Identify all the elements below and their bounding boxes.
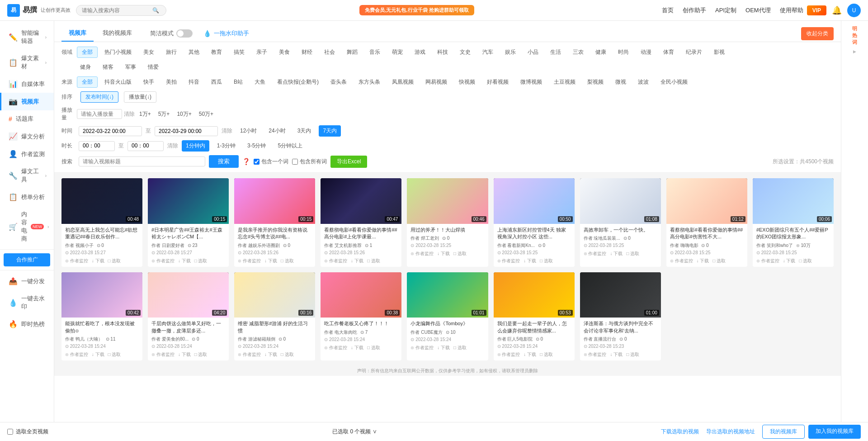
video-search-input[interactable]: [79, 156, 205, 166]
video-card[interactable]: 00:15 #日本明星广告##王森裕太#王森裕太シャレポンCM【... 作者 日…: [148, 178, 229, 267]
source-tag-quanmin[interactable]: 全民小视频: [656, 76, 693, 88]
domain-tag-rural[interactable]: 三农: [568, 47, 589, 58]
monitor-action[interactable]: ⊙ 作者监控: [756, 258, 779, 264]
monitor-action[interactable]: ⊙ 作者监控: [670, 258, 693, 264]
download-action[interactable]: ↓ 下载: [610, 251, 623, 257]
sidebar-item-content-ecom[interactable]: 🛒 内容电商 NEW ›: [0, 206, 54, 247]
domain-tag-fitness[interactable]: 健身: [75, 62, 96, 73]
monitor-action[interactable]: ⊙ 作者监控: [584, 251, 607, 257]
my-lib-btn[interactable]: 我的视频库: [762, 425, 805, 439]
download-action[interactable]: ↓ 下载: [178, 258, 191, 264]
include-all-label[interactable]: 包含所有词: [292, 158, 327, 166]
sidebar-item-watermark[interactable]: 💧 一键去水印: [0, 290, 54, 315]
select-action[interactable]: □ 选取: [281, 258, 294, 264]
select-action[interactable]: □ 选取: [626, 251, 639, 257]
duration-3-5min[interactable]: 3-5分钟: [243, 140, 270, 152]
play-option-50w[interactable]: 50万+: [196, 109, 216, 119]
nav-home[interactable]: 首页: [662, 6, 674, 14]
download-action[interactable]: ↓ 下载: [524, 258, 536, 264]
sidebar-item-smart-editor[interactable]: ✏️ 智能编辑器 ›: [0, 24, 54, 50]
domain-tag-edu[interactable]: 教育: [206, 47, 227, 58]
select-action[interactable]: □ 选取: [194, 351, 208, 358]
select-action[interactable]: □ 选取: [367, 345, 380, 351]
video-card[interactable]: 01:08 高效率卸车，一个比一个快。 作者 垛地瓜装装... ⊙ 0 ⊙ 20…: [580, 178, 661, 267]
domain-tag-life[interactable]: 生活: [545, 47, 566, 58]
time-start-input[interactable]: [79, 126, 142, 136]
source-tag-kuaishou[interactable]: 快手: [138, 76, 159, 88]
select-all-checkbox[interactable]: [7, 429, 13, 435]
domain-tag-fashion[interactable]: 时尚: [613, 47, 634, 58]
select-all-label[interactable]: 选取全页视频: [7, 428, 48, 436]
domain-tag-military[interactable]: 军事: [120, 62, 141, 73]
include-one-label[interactable]: 包含一个词: [254, 158, 288, 166]
add-lib-btn[interactable]: 加入我的视频库: [808, 425, 861, 439]
play-option-10w[interactable]: 10万+: [174, 109, 194, 119]
sort-btn-time[interactable]: 发布时间(↓): [80, 91, 118, 103]
download-action[interactable]: ↓ 下载: [610, 351, 623, 358]
duration-5min-plus[interactable]: 5分钟以上: [274, 140, 307, 152]
video-card[interactable]: 00:46 用过的斧矛！！大山焊填 作者 焊工老刘 ⊙ 0 ⊙ 2022-03-…: [407, 178, 488, 267]
domain-tag-love[interactable]: 情爱: [143, 62, 164, 73]
video-card[interactable]: 01:00 泽连斯基：与俄方谈判中完全不会讨论非军事化和'去纳... 作者 直播…: [580, 272, 661, 361]
domain-tag-film[interactable]: 影视: [709, 47, 730, 58]
download-action[interactable]: ↓ 下载: [351, 345, 363, 351]
download-action[interactable]: ↓ 下载: [437, 345, 450, 351]
play-option-5w[interactable]: 5万+: [156, 109, 173, 119]
domain-tag-anime[interactable]: 动漫: [636, 47, 656, 58]
select-action[interactable]: □ 选取: [453, 251, 467, 257]
domain-tag-sketch[interactable]: 小品: [523, 47, 543, 58]
select-action[interactable]: □ 选取: [540, 351, 553, 358]
domain-tag-ent[interactable]: 娱乐: [500, 47, 521, 58]
download-action[interactable]: ↓ 下载: [697, 258, 709, 264]
source-tag-hutou[interactable]: 壶头条: [326, 76, 352, 88]
select-action[interactable]: □ 选取: [453, 345, 467, 351]
tab-video-library[interactable]: 视频库: [61, 25, 94, 42]
duration-start-input[interactable]: [79, 141, 115, 151]
video-card[interactable]: 00:42 能孩就忙着吃了，根本没发现被偷拍⊙ 作者 鸭儿（大喃） ⊙ 11 ⊙…: [61, 272, 142, 361]
domain-tag-music[interactable]: 音乐: [364, 47, 385, 58]
sidebar-item-article-analysis[interactable]: 📈 爆文分析: [0, 128, 54, 145]
download-action[interactable]: ↓ 下载: [524, 351, 536, 358]
video-card[interactable]: 00:38 吃工作餐老板又心疼了！！！ 作者 电大靠肉吃 ⊙ 7 ⊙ 2022-…: [321, 272, 401, 361]
domain-tag-society[interactable]: 社会: [319, 47, 340, 58]
play-clear-btn[interactable]: 清除: [124, 110, 135, 118]
download-action[interactable]: ↓ 下载: [178, 351, 191, 358]
time-3d[interactable]: 3天内: [293, 125, 316, 137]
source-tag-kuai[interactable]: 快视频: [454, 76, 480, 88]
video-card[interactable]: 00:53 我们是要一起走一辈子的人，怎么会嫌弃你呢整情情感家... 作者 巨人…: [494, 272, 575, 361]
select-action[interactable]: □ 选取: [194, 258, 208, 264]
source-tag-douyin[interactable]: 抖音火山版: [99, 76, 137, 88]
nav-creator[interactable]: 创作助手: [683, 6, 706, 14]
domain-tag-finance[interactable]: 财经: [297, 47, 317, 58]
domain-tag-dance[interactable]: 舞蹈: [342, 47, 363, 58]
monitor-action[interactable]: ⊙ 作者监控: [151, 351, 175, 358]
download-btn[interactable]: 下载选取的视频: [661, 428, 699, 436]
download-action[interactable]: ↓ 下载: [92, 258, 104, 264]
domain-tag-beauty[interactable]: 美女: [138, 47, 159, 58]
collect-btn[interactable]: 收起分类: [801, 27, 834, 40]
domain-tag-hot[interactable]: 热门小视频: [99, 47, 137, 58]
source-tag-bobo[interactable]: 波波: [633, 76, 654, 88]
video-card[interactable]: 00:15 是我亲手推开的你我没有资格说忘念#头号博主说##电... 作者 越娱…: [234, 178, 315, 267]
source-tag-netease[interactable]: 网易视频: [420, 76, 452, 88]
video-card[interactable]: 00:48 初恋至高无上我怎么可能忘#欲想重遇记##春日欢乐创作... 作者 视…: [61, 178, 142, 267]
domain-tag-pet[interactable]: 萌宠: [387, 47, 408, 58]
select-action[interactable]: □ 选取: [281, 351, 294, 358]
domain-tag-health[interactable]: 健康: [590, 47, 611, 58]
duration-1-3min[interactable]: 1-3分钟: [213, 140, 240, 152]
sidebar-item-article-tools[interactable]: 🔧 爆文工具 ›: [0, 163, 54, 188]
monitor-action[interactable]: ⊙ 作者监控: [410, 251, 434, 257]
source-tag-li[interactable]: 梨视频: [582, 76, 609, 88]
source-tag-douyin2[interactable]: 抖音: [184, 76, 204, 88]
domain-tag-game[interactable]: 游戏: [410, 47, 430, 58]
download-action[interactable]: ↓ 下载: [783, 258, 796, 264]
sidebar-item-topic[interactable]: # 话题库: [0, 110, 54, 128]
select-action[interactable]: □ 选取: [367, 258, 380, 264]
avatar[interactable]: U: [847, 4, 861, 17]
sidebar-item-self-media[interactable]: 📊 自媒体率: [0, 75, 54, 93]
download-action[interactable]: ↓ 下载: [264, 351, 277, 358]
nav-oem[interactable]: OEM代理: [745, 6, 771, 14]
video-card[interactable]: 00:16 维密 减脂塑形#游浦 好的生活习惯 作者 游滤秘籍颠倒 ⊙ 0 ⊙ …: [234, 272, 315, 361]
select-action[interactable]: □ 选取: [799, 258, 812, 264]
banner-ad[interactable]: 免费会员,无元礼包,行业千袋 抢购进群助可领取: [359, 5, 474, 15]
